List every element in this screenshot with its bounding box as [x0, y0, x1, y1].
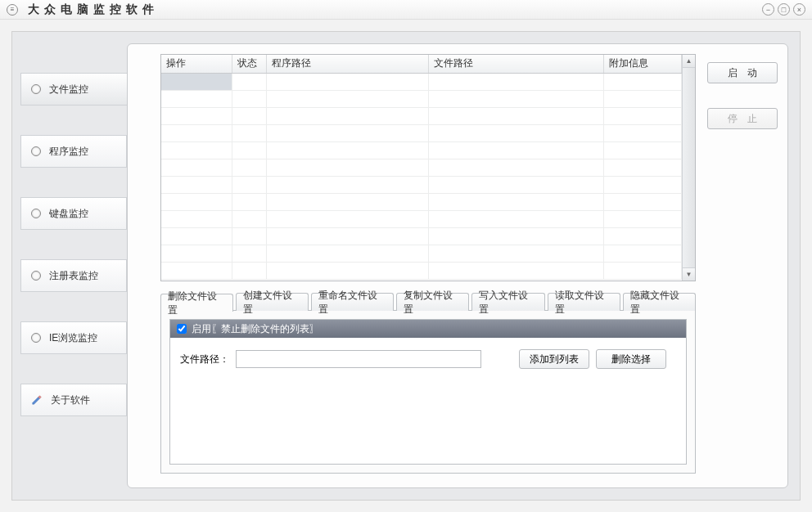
settings-tabs: 删除文件设置 创建文件设置 重命名文件设置 复制文件设置 写入文件设置 读取文件… — [160, 293, 696, 311]
sidebar-item-file-monitor[interactable]: 文件监控 — [20, 73, 127, 106]
sidebar-item-label: 文件监控 — [49, 83, 88, 97]
radio-icon — [31, 271, 41, 281]
table-row[interactable] — [161, 176, 682, 193]
sidebar-item-label: 注册表监控 — [49, 269, 98, 283]
table-row[interactable] — [161, 107, 682, 124]
table-row[interactable] — [161, 245, 682, 262]
sidebar-item-about[interactable]: 关于软件 — [20, 384, 127, 416]
table-row[interactable] — [161, 227, 682, 245]
table-row[interactable] — [161, 193, 682, 210]
tab-rename-file[interactable]: 重命名文件设置 — [311, 293, 394, 311]
radio-icon — [31, 209, 41, 218]
table-row[interactable] — [161, 124, 682, 141]
titlebar: ≡ 大众电脑监控软件 − □ × — [0, 0, 812, 20]
action-buttons: 启 动 停 止 — [707, 62, 778, 129]
window-title: 大众电脑监控软件 — [28, 2, 159, 17]
stop-button: 停 止 — [707, 108, 778, 129]
table-row[interactable] — [161, 210, 682, 227]
vertical-scrollbar[interactable]: ▲ ▼ — [682, 55, 695, 281]
maximize-button[interactable]: □ — [778, 3, 790, 16]
tab-panel: 启用〖禁止删除文件的列表〗 文件路径： 添加到列表 删除选择 — [160, 310, 696, 474]
file-path-label: 文件路径： — [180, 353, 229, 366]
settings-panel: 启用〖禁止删除文件的列表〗 文件路径： 添加到列表 删除选择 — [169, 319, 687, 465]
tab-create-file[interactable]: 创建文件设置 — [236, 293, 309, 311]
main-panel: 文件监控 程序监控 键盘监控 注册表监控 IE浏览监控 关于软件 — [11, 31, 801, 501]
window-controls: − □ × — [762, 3, 805, 16]
enable-list-checkbox[interactable] — [177, 324, 187, 334]
table-row[interactable] — [161, 73, 682, 90]
sidebar-item-label: 程序监控 — [49, 145, 88, 159]
col-program-path[interactable]: 程序路径 — [266, 55, 428, 73]
delete-selected-button[interactable]: 删除选择 — [596, 349, 666, 369]
sidebar-item-label: 键盘监控 — [49, 207, 88, 221]
minimize-button[interactable]: − — [762, 3, 774, 16]
tab-write-file[interactable]: 写入文件设置 — [471, 293, 544, 311]
tab-copy-file[interactable]: 复制文件设置 — [396, 293, 469, 311]
monitor-table: 操作 状态 程序路径 文件路径 附加信息 — [160, 54, 696, 281]
sidebar-item-program-monitor[interactable]: 程序监控 — [20, 135, 127, 168]
radio-icon — [31, 146, 41, 156]
tab-read-file[interactable]: 读取文件设置 — [548, 293, 620, 311]
col-operation[interactable]: 操作 — [161, 55, 232, 73]
tab-hide-file[interactable]: 隐藏文件设置 — [623, 293, 696, 311]
start-button[interactable]: 启 动 — [707, 62, 778, 83]
close-button[interactable]: × — [793, 3, 805, 16]
content-frame: 启 动 停 止 操作 — [127, 43, 788, 488]
col-file-path[interactable]: 文件路径 — [428, 55, 603, 73]
pencil-icon — [31, 394, 43, 406]
scroll-down-icon[interactable]: ▼ — [683, 267, 695, 281]
enable-list-label: 启用〖禁止删除文件的列表〗 — [192, 322, 319, 336]
sidebar-item-registry-monitor[interactable]: 注册表监控 — [20, 259, 127, 292]
sidebar: 文件监控 程序监控 键盘监控 注册表监控 IE浏览监控 关于软件 — [20, 73, 127, 416]
sidebar-item-label: IE浏览监控 — [49, 331, 97, 345]
sidebar-item-keyboard-monitor[interactable]: 键盘监控 — [20, 197, 127, 230]
system-menu-icon[interactable]: ≡ — [7, 4, 18, 16]
add-to-list-button[interactable]: 添加到列表 — [519, 349, 589, 369]
file-path-input[interactable] — [236, 350, 481, 368]
col-status[interactable]: 状态 — [232, 55, 266, 73]
tab-delete-file[interactable]: 删除文件设置 — [160, 294, 233, 312]
sidebar-item-ie-monitor[interactable]: IE浏览监控 — [20, 321, 127, 354]
panel-header: 启用〖禁止删除文件的列表〗 — [170, 320, 686, 338]
table-header-row: 操作 状态 程序路径 文件路径 附加信息 — [161, 55, 682, 73]
radio-icon — [31, 333, 41, 343]
sidebar-item-label: 关于软件 — [51, 393, 90, 407]
radio-icon — [31, 84, 41, 94]
table-row[interactable] — [161, 141, 682, 159]
scroll-up-icon[interactable]: ▲ — [683, 55, 695, 68]
table-row[interactable] — [161, 159, 682, 176]
col-extra-info[interactable]: 附加信息 — [603, 55, 682, 73]
table-row[interactable] — [161, 262, 682, 279]
table-row[interactable] — [161, 90, 682, 107]
